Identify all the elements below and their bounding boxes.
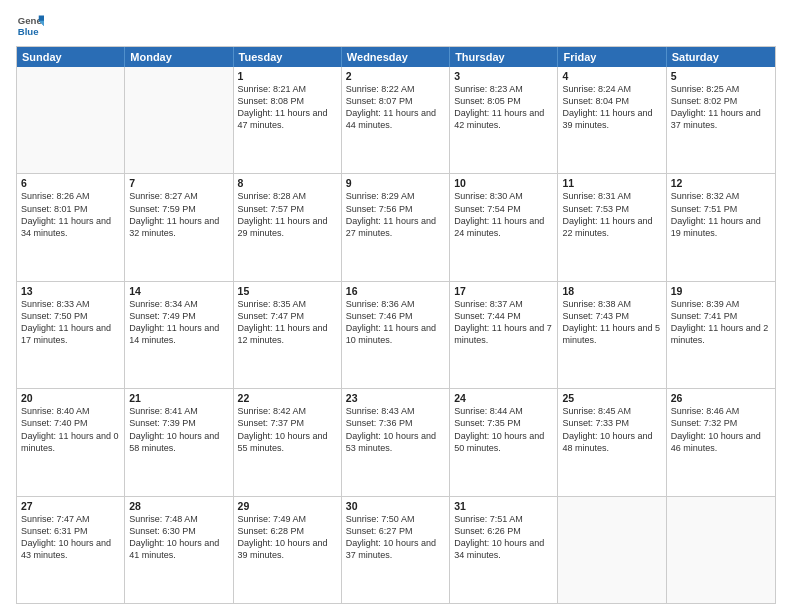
calendar-header: SundayMondayTuesdayWednesdayThursdayFrid… — [17, 47, 775, 67]
day-info: Sunrise: 8:46 AM Sunset: 7:32 PM Dayligh… — [671, 405, 771, 454]
day-number: 13 — [21, 285, 120, 297]
calendar-day-13: 13Sunrise: 8:33 AM Sunset: 7:50 PM Dayli… — [17, 282, 125, 388]
header-day-wednesday: Wednesday — [342, 47, 450, 67]
day-info: Sunrise: 8:21 AM Sunset: 8:08 PM Dayligh… — [238, 83, 337, 132]
day-info: Sunrise: 8:22 AM Sunset: 8:07 PM Dayligh… — [346, 83, 445, 132]
calendar-day-29: 29Sunrise: 7:49 AM Sunset: 6:28 PM Dayli… — [234, 497, 342, 603]
day-number: 30 — [346, 500, 445, 512]
calendar-day-31: 31Sunrise: 7:51 AM Sunset: 6:26 PM Dayli… — [450, 497, 558, 603]
day-info: Sunrise: 8:41 AM Sunset: 7:39 PM Dayligh… — [129, 405, 228, 454]
day-number: 26 — [671, 392, 771, 404]
calendar-week-4: 20Sunrise: 8:40 AM Sunset: 7:40 PM Dayli… — [17, 388, 775, 495]
day-info: Sunrise: 7:50 AM Sunset: 6:27 PM Dayligh… — [346, 513, 445, 562]
calendar: SundayMondayTuesdayWednesdayThursdayFrid… — [16, 46, 776, 604]
calendar-day-empty — [17, 67, 125, 173]
calendar-day-3: 3Sunrise: 8:23 AM Sunset: 8:05 PM Daylig… — [450, 67, 558, 173]
calendar-day-6: 6Sunrise: 8:26 AM Sunset: 8:01 PM Daylig… — [17, 174, 125, 280]
day-number: 16 — [346, 285, 445, 297]
day-number: 21 — [129, 392, 228, 404]
calendar-day-17: 17Sunrise: 8:37 AM Sunset: 7:44 PM Dayli… — [450, 282, 558, 388]
day-number: 9 — [346, 177, 445, 189]
calendar-day-5: 5Sunrise: 8:25 AM Sunset: 8:02 PM Daylig… — [667, 67, 775, 173]
day-info: Sunrise: 8:39 AM Sunset: 7:41 PM Dayligh… — [671, 298, 771, 347]
logo: General Blue — [16, 12, 48, 40]
calendar-day-26: 26Sunrise: 8:46 AM Sunset: 7:32 PM Dayli… — [667, 389, 775, 495]
day-info: Sunrise: 8:26 AM Sunset: 8:01 PM Dayligh… — [21, 190, 120, 239]
page-header: General Blue — [16, 12, 776, 40]
day-number: 18 — [562, 285, 661, 297]
day-info: Sunrise: 8:38 AM Sunset: 7:43 PM Dayligh… — [562, 298, 661, 347]
calendar-day-18: 18Sunrise: 8:38 AM Sunset: 7:43 PM Dayli… — [558, 282, 666, 388]
header-day-saturday: Saturday — [667, 47, 775, 67]
day-info: Sunrise: 8:44 AM Sunset: 7:35 PM Dayligh… — [454, 405, 553, 454]
calendar-day-11: 11Sunrise: 8:31 AM Sunset: 7:53 PM Dayli… — [558, 174, 666, 280]
calendar-day-9: 9Sunrise: 8:29 AM Sunset: 7:56 PM Daylig… — [342, 174, 450, 280]
day-number: 12 — [671, 177, 771, 189]
day-number: 2 — [346, 70, 445, 82]
calendar-day-14: 14Sunrise: 8:34 AM Sunset: 7:49 PM Dayli… — [125, 282, 233, 388]
calendar-day-22: 22Sunrise: 8:42 AM Sunset: 7:37 PM Dayli… — [234, 389, 342, 495]
day-info: Sunrise: 8:31 AM Sunset: 7:53 PM Dayligh… — [562, 190, 661, 239]
calendar-day-15: 15Sunrise: 8:35 AM Sunset: 7:47 PM Dayli… — [234, 282, 342, 388]
calendar-week-3: 13Sunrise: 8:33 AM Sunset: 7:50 PM Dayli… — [17, 281, 775, 388]
day-number: 23 — [346, 392, 445, 404]
day-number: 28 — [129, 500, 228, 512]
day-number: 10 — [454, 177, 553, 189]
day-info: Sunrise: 8:27 AM Sunset: 7:59 PM Dayligh… — [129, 190, 228, 239]
calendar-day-1: 1Sunrise: 8:21 AM Sunset: 8:08 PM Daylig… — [234, 67, 342, 173]
day-info: Sunrise: 8:23 AM Sunset: 8:05 PM Dayligh… — [454, 83, 553, 132]
calendar-body: 1Sunrise: 8:21 AM Sunset: 8:08 PM Daylig… — [17, 67, 775, 603]
calendar-day-4: 4Sunrise: 8:24 AM Sunset: 8:04 PM Daylig… — [558, 67, 666, 173]
calendar-day-16: 16Sunrise: 8:36 AM Sunset: 7:46 PM Dayli… — [342, 282, 450, 388]
day-number: 3 — [454, 70, 553, 82]
day-number: 22 — [238, 392, 337, 404]
day-number: 4 — [562, 70, 661, 82]
header-day-thursday: Thursday — [450, 47, 558, 67]
day-number: 17 — [454, 285, 553, 297]
calendar-day-empty — [667, 497, 775, 603]
calendar-day-empty — [558, 497, 666, 603]
calendar-day-27: 27Sunrise: 7:47 AM Sunset: 6:31 PM Dayli… — [17, 497, 125, 603]
header-day-monday: Monday — [125, 47, 233, 67]
day-info: Sunrise: 7:47 AM Sunset: 6:31 PM Dayligh… — [21, 513, 120, 562]
day-number: 5 — [671, 70, 771, 82]
calendar-week-2: 6Sunrise: 8:26 AM Sunset: 8:01 PM Daylig… — [17, 173, 775, 280]
day-number: 11 — [562, 177, 661, 189]
day-info: Sunrise: 8:45 AM Sunset: 7:33 PM Dayligh… — [562, 405, 661, 454]
day-info: Sunrise: 8:33 AM Sunset: 7:50 PM Dayligh… — [21, 298, 120, 347]
day-info: Sunrise: 8:40 AM Sunset: 7:40 PM Dayligh… — [21, 405, 120, 454]
day-number: 31 — [454, 500, 553, 512]
header-day-tuesday: Tuesday — [234, 47, 342, 67]
day-number: 25 — [562, 392, 661, 404]
calendar-day-12: 12Sunrise: 8:32 AM Sunset: 7:51 PM Dayli… — [667, 174, 775, 280]
day-info: Sunrise: 8:36 AM Sunset: 7:46 PM Dayligh… — [346, 298, 445, 347]
day-info: Sunrise: 8:24 AM Sunset: 8:04 PM Dayligh… — [562, 83, 661, 132]
calendar-day-7: 7Sunrise: 8:27 AM Sunset: 7:59 PM Daylig… — [125, 174, 233, 280]
day-number: 19 — [671, 285, 771, 297]
calendar-day-28: 28Sunrise: 7:48 AM Sunset: 6:30 PM Dayli… — [125, 497, 233, 603]
logo-icon: General Blue — [16, 12, 44, 40]
day-info: Sunrise: 8:32 AM Sunset: 7:51 PM Dayligh… — [671, 190, 771, 239]
svg-text:Blue: Blue — [18, 26, 39, 37]
day-number: 27 — [21, 500, 120, 512]
calendar-day-24: 24Sunrise: 8:44 AM Sunset: 7:35 PM Dayli… — [450, 389, 558, 495]
day-info: Sunrise: 8:29 AM Sunset: 7:56 PM Dayligh… — [346, 190, 445, 239]
calendar-day-2: 2Sunrise: 8:22 AM Sunset: 8:07 PM Daylig… — [342, 67, 450, 173]
day-info: Sunrise: 7:51 AM Sunset: 6:26 PM Dayligh… — [454, 513, 553, 562]
day-info: Sunrise: 8:43 AM Sunset: 7:36 PM Dayligh… — [346, 405, 445, 454]
day-info: Sunrise: 8:30 AM Sunset: 7:54 PM Dayligh… — [454, 190, 553, 239]
day-number: 20 — [21, 392, 120, 404]
day-info: Sunrise: 7:49 AM Sunset: 6:28 PM Dayligh… — [238, 513, 337, 562]
calendar-week-5: 27Sunrise: 7:47 AM Sunset: 6:31 PM Dayli… — [17, 496, 775, 603]
calendar-day-25: 25Sunrise: 8:45 AM Sunset: 7:33 PM Dayli… — [558, 389, 666, 495]
day-number: 1 — [238, 70, 337, 82]
calendar-day-30: 30Sunrise: 7:50 AM Sunset: 6:27 PM Dayli… — [342, 497, 450, 603]
day-number: 24 — [454, 392, 553, 404]
calendar-day-20: 20Sunrise: 8:40 AM Sunset: 7:40 PM Dayli… — [17, 389, 125, 495]
day-info: Sunrise: 8:34 AM Sunset: 7:49 PM Dayligh… — [129, 298, 228, 347]
calendar-day-23: 23Sunrise: 8:43 AM Sunset: 7:36 PM Dayli… — [342, 389, 450, 495]
calendar-day-19: 19Sunrise: 8:39 AM Sunset: 7:41 PM Dayli… — [667, 282, 775, 388]
calendar-week-1: 1Sunrise: 8:21 AM Sunset: 8:08 PM Daylig… — [17, 67, 775, 173]
day-info: Sunrise: 8:42 AM Sunset: 7:37 PM Dayligh… — [238, 405, 337, 454]
calendar-day-10: 10Sunrise: 8:30 AM Sunset: 7:54 PM Dayli… — [450, 174, 558, 280]
